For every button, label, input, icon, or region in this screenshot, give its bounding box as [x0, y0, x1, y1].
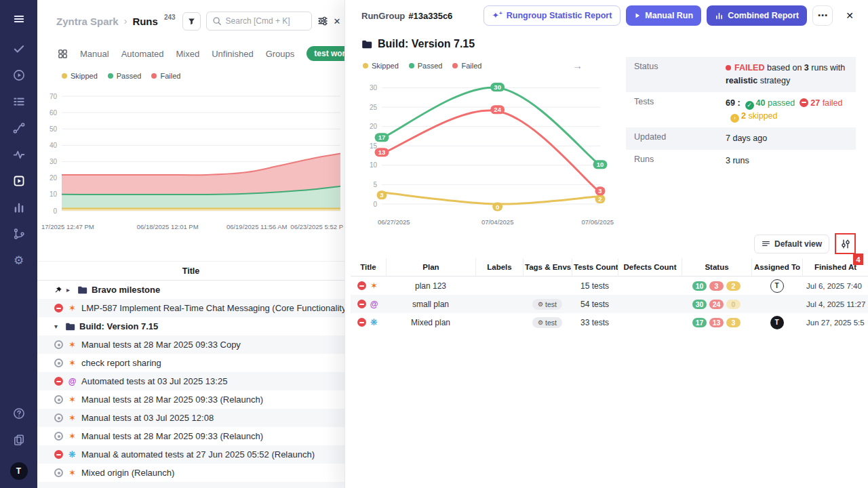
panel-close-button[interactable]: ✕	[334, 14, 341, 28]
tests-count-cell: 54 tests	[572, 300, 618, 309]
count-pill: 3	[726, 318, 741, 327]
search-input[interactable]	[226, 16, 302, 26]
filter-tag-pill[interactable]: test work	[307, 46, 344, 61]
tab-automated[interactable]: Automated	[121, 49, 164, 59]
runs-count-badge: 243	[164, 14, 176, 21]
run-row[interactable]: ✶Manual tests at 28 Mar 2025 09:33 Copy	[37, 336, 344, 354]
run-row[interactable]	[37, 482, 344, 488]
run-title-icons: ✶	[351, 281, 386, 290]
run-row[interactable]: ❋Manual & automated tests at 27 Jun 2025…	[37, 445, 344, 464]
column-header[interactable]: Labels	[475, 258, 523, 276]
info-label: Updated	[634, 132, 726, 145]
run-row[interactable]: ✶Manual tests at 28 Mar 2025 09:33 (Rela…	[37, 427, 344, 445]
column-settings-button[interactable]	[836, 235, 854, 253]
env-tag-pill[interactable]: ⚙test	[532, 299, 562, 310]
spark-icon: ✶	[67, 413, 77, 422]
run-title: Manual & automated tests at 27 Jun 2025 …	[81, 449, 315, 460]
manual-run-label: Manual Run	[645, 11, 693, 20]
svg-text:10: 10	[370, 161, 378, 169]
spark-icon: ✶	[67, 468, 77, 477]
legend-skipped[interactable]: Skipped	[62, 72, 98, 80]
rungroup-run-row[interactable]: ❋Mixed plan⚙test33 tests17133TJun 27, 20…	[351, 313, 868, 331]
run-group-row[interactable]: ▾Build: Version 7.15	[37, 317, 344, 336]
filter-button[interactable]	[182, 12, 201, 30]
reports-icon[interactable]	[9, 197, 29, 218]
help-icon[interactable]	[9, 403, 29, 424]
milestone-row[interactable]: ▸Bravo milestone	[37, 281, 344, 299]
tags-cell: ⚙test	[523, 299, 572, 310]
svg-text:25: 25	[370, 104, 378, 111]
docs-icon[interactable]	[9, 430, 29, 450]
plan-cell[interactable]: Mixed plan	[386, 318, 475, 327]
column-header[interactable]: Assigned To	[751, 258, 802, 276]
menu-icon[interactable]	[9, 9, 29, 29]
breadcrumb-project[interactable]: Zyntra Spark	[56, 16, 119, 27]
combined-report-button[interactable]: Combined Report	[707, 5, 807, 26]
flow-icon[interactable]	[9, 118, 29, 138]
svg-text:20: 20	[50, 174, 58, 182]
plan-cell[interactable]: small plan	[386, 300, 475, 309]
play-circle-icon[interactable]	[9, 65, 29, 85]
caret-right-icon[interactable]: ▸	[66, 287, 73, 293]
column-header[interactable]: Tags & Envs	[523, 258, 572, 276]
runs-list-title-header[interactable]: Title	[37, 261, 344, 281]
default-view-label: Default view	[774, 239, 822, 249]
folder-icon	[361, 39, 372, 49]
legend-failed[interactable]: Failed	[151, 72, 180, 80]
legend-passed[interactable]: Passed	[108, 72, 142, 80]
run-title: Manual tests at 03 Jul 2025 12:08	[81, 413, 214, 423]
test-suites-icon[interactable]	[9, 92, 29, 112]
tab-mixed[interactable]: Mixed	[176, 49, 200, 59]
caret-down-icon[interactable]: ▾	[54, 323, 61, 330]
more-actions-button[interactable]: ⋯	[812, 5, 833, 26]
pin-icon	[54, 286, 62, 294]
legend-dot-icon	[108, 73, 113, 79]
search-box[interactable]	[206, 12, 312, 30]
gear-icon[interactable]: ⚙	[9, 250, 29, 270]
assigned-to-cell: T	[751, 316, 802, 329]
drawer-close-button[interactable]: ✕	[841, 10, 859, 21]
default-view-button[interactable]: Default view	[754, 235, 829, 253]
column-header[interactable]: Plan	[386, 258, 475, 276]
legend-dot-icon	[151, 73, 157, 79]
rungroup-run-row[interactable]: @small plan⚙test54 tests30240Jul 4, 2025…	[351, 295, 868, 313]
legend-passed[interactable]: Passed	[409, 62, 443, 70]
column-header[interactable]: Tests Count	[572, 258, 618, 276]
manual-run-button[interactable]: Manual Run	[626, 5, 701, 26]
column-header[interactable]: Title	[351, 258, 386, 276]
tab-groups[interactable]: Groups	[266, 49, 295, 59]
run-row[interactable]: @Automated tests at 03 Jul 2025 13:25	[37, 372, 344, 390]
rungroup-statistic-report-button[interactable]: ✦+ Rungroup Statistic Report	[484, 5, 621, 26]
run-row[interactable]: ✶Manual tests at 03 Jul 2025 12:08	[37, 409, 344, 427]
info-value: 69 :✓40 passed27 failed›2 skipped	[726, 97, 848, 123]
time-axis-arrow-icon: →	[572, 60, 583, 71]
tab-unfinished[interactable]: Unfinished	[212, 49, 253, 59]
svg-text:06/18/2025 12:01 PM: 06/18/2025 12:01 PM	[137, 223, 199, 230]
rungroup-name: Build: Version 7.15	[378, 38, 475, 50]
run-row[interactable]: ✶Mixed origin (Relaunch)	[37, 464, 344, 482]
run-row[interactable]: ✶check report sharing	[37, 354, 344, 372]
run-status-failed-icon	[357, 281, 366, 290]
activity-icon[interactable]	[9, 144, 29, 165]
runs-icon[interactable]	[9, 171, 29, 191]
rungroup-info-panel: StatusFAILED based on 3 runs with realis…	[626, 57, 856, 172]
info-row-status: StatusFAILED based on 3 runs with realis…	[626, 57, 856, 92]
legend-failed[interactable]: Failed	[452, 62, 481, 70]
svg-text:24: 24	[494, 106, 501, 113]
env-tag-pill[interactable]: ⚙test	[532, 317, 562, 328]
run-row[interactable]: ✶LMP-587 Implement Real-Time Chat Messag…	[37, 299, 344, 317]
rungroup-run-row[interactable]: ✶plan 12315 tests1032TJul 6, 2025 7:40	[351, 277, 868, 295]
drawer-actions: ✦+ Rungroup Statistic Report Manual Run …	[484, 5, 859, 26]
column-header[interactable]: Defects Count	[618, 258, 682, 276]
view-settings-button[interactable]	[317, 14, 328, 28]
user-avatar[interactable]: T	[10, 462, 28, 480]
branch-icon[interactable]	[9, 224, 29, 244]
run-status-failed-icon	[54, 377, 63, 386]
column-header[interactable]: Status	[682, 258, 751, 276]
legend-skipped[interactable]: Skipped	[363, 62, 399, 70]
layout-grid-icon[interactable]	[58, 49, 68, 59]
run-row[interactable]: ✶Manual tests at 28 Mar 2025 09:33 (Rela…	[37, 390, 344, 409]
plan-cell[interactable]: plan 123	[386, 281, 475, 291]
checks-icon[interactable]	[9, 39, 29, 59]
tab-manual[interactable]: Manual	[80, 49, 109, 59]
